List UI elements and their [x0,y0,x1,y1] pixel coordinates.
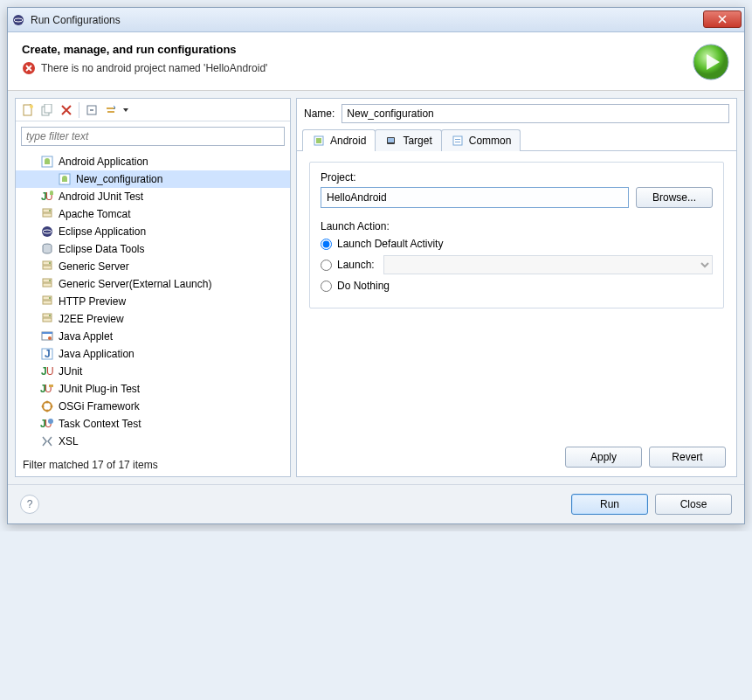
tree-item[interactable]: JUTask Context Test [16,415,290,433]
do-nothing-radio[interactable] [321,281,332,292]
tree-item-label: Eclipse Application [59,225,146,238]
tree-item[interactable]: Generic Server [16,258,290,275]
apply-button[interactable]: Apply [565,447,642,468]
tree-item-label: Android Application [59,156,148,168]
svg-rect-31 [43,318,52,322]
eclipse-icon [11,13,25,27]
collapse-all-button[interactable] [83,101,100,119]
svg-point-18 [42,226,52,237]
tab-android[interactable]: Android [302,129,376,151]
dialog-header: Create, manage, and run configurations T… [8,32,744,91]
osgi-icon [40,399,54,413]
tree-item[interactable]: XSL [16,433,290,450]
tree-item[interactable]: Eclipse Application [16,223,290,240]
server-icon [40,260,54,274]
tabs: Android Target Common [297,128,736,151]
new-config-button[interactable] [19,101,37,119]
launch-action-label: Launch Action: [321,220,713,232]
svg-text:J: J [45,348,51,360]
android-icon [58,172,72,186]
java-app-icon: J [40,347,54,361]
tree-item[interactable]: HTTP Preview [16,293,290,310]
filter-input[interactable] [21,127,285,146]
svg-point-5 [30,105,33,108]
tree-item[interactable]: Android Application [16,153,290,170]
launch-default-radio[interactable] [321,239,332,250]
config-name-input[interactable] [342,104,729,123]
svg-rect-52 [316,138,321,143]
database-icon [40,242,54,256]
tree-item[interactable]: J2EE Preview [16,310,290,328]
server-icon [40,277,54,291]
launch-activity-label: Launch: [337,259,375,271]
svg-rect-7 [45,104,52,113]
name-label: Name: [304,107,335,120]
android-tab-icon [312,134,326,148]
tree-item[interactable]: JUJUnit Plug-in Test [16,380,290,398]
svg-rect-57 [455,142,460,142]
project-input[interactable] [321,187,629,208]
svg-rect-42 [49,385,53,387]
window-title: Run Configurations [31,14,121,26]
config-toolbar [16,99,290,121]
config-editor-panel: Name: Android Target Common [296,98,737,477]
svg-point-32 [49,315,51,316]
tree-item-label: Java Application [59,348,135,360]
tree-item-label: Generic Server [59,260,129,273]
svg-rect-22 [43,266,52,269]
xsl-icon [40,434,54,448]
svg-point-35 [48,336,52,340]
tree-item-label: J2EE Preview [59,313,124,325]
tree-item-label: Task Context Test [59,418,141,430]
close-window-button[interactable] [703,10,742,28]
android-icon [40,155,54,169]
filter-config-button[interactable] [102,101,120,119]
duplicate-config-button[interactable] [38,101,56,119]
server-icon [40,295,54,308]
browse-project-button[interactable]: Browse... [636,187,713,208]
close-button[interactable]: Close [655,494,732,515]
svg-point-44 [46,401,49,404]
common-tab-icon [451,134,465,148]
error-icon [22,61,36,75]
svg-point-29 [49,297,51,299]
tree-item[interactable]: JUJUnit [16,363,290,380]
tree-item[interactable]: Apache Tomcat [16,205,290,223]
delete-config-button[interactable] [58,101,75,119]
svg-rect-34 [42,332,52,334]
tree-item-label: Java Applet [59,330,113,343]
tree-item[interactable]: Generic Server(External Launch) [16,275,290,293]
tab-target[interactable]: Target [375,129,441,151]
toolbar-separator [79,102,79,118]
toolbar-dropdown-icon[interactable] [121,101,130,119]
tree-item-label: XSL [59,435,79,447]
tree-item-label: Android JUnit Test [59,191,143,203]
launch-activity-radio[interactable] [321,260,332,271]
svg-point-0 [13,15,24,25]
run-icon [692,43,730,81]
error-message: There is no android project named 'Hello… [41,62,267,74]
tree-item[interactable]: JUAndroid JUnit Test [16,188,290,205]
project-label: Project: [321,171,713,184]
tree-item[interactable]: JJava Application [16,345,290,363]
tree-item[interactable]: OSGi Framework [16,398,290,415]
tree-item[interactable]: New_configuration [16,170,290,188]
tree-item-label: HTTP Preview [59,295,126,308]
revert-button[interactable]: Revert [649,447,726,468]
launch-activity-select[interactable] [383,255,713,274]
help-button[interactable]: ? [20,495,39,514]
tab-common[interactable]: Common [441,129,521,151]
svg-text:U: U [46,365,54,378]
svg-rect-10 [107,111,114,113]
tree-item-label: JUnit Plug-in Test [59,383,140,395]
dialog-footer: ? Run Close [8,484,744,523]
run-button[interactable]: Run [571,494,648,515]
tree-item-label: Eclipse Data Tools [59,243,145,255]
tree-item[interactable]: Eclipse Data Tools [16,240,290,258]
svg-point-23 [49,262,51,264]
svg-point-46 [42,405,45,408]
config-tree[interactable]: Android ApplicationNew_configurationJUAn… [16,149,290,454]
tree-item[interactable]: Java Applet [16,328,290,345]
svg-point-50 [48,419,53,424]
tree-item-label: New_configuration [76,173,162,185]
